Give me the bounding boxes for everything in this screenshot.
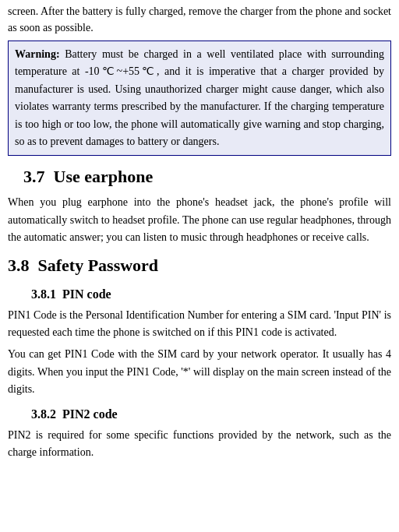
warning-body: Battery must be charged in a well ventil…: [15, 48, 384, 147]
section-37-number: 3.7: [23, 167, 45, 186]
section-381-body2: You can get PIN1 Code with the SIM card …: [8, 346, 391, 398]
section-37-heading: 3.7 Use earphone: [23, 165, 391, 189]
warning-box: Warning: Battery must be charged in a we…: [8, 41, 391, 156]
section-382-body: PIN2 is required for some specific funct…: [8, 427, 391, 462]
section-382-number: 3.8.2: [31, 407, 56, 421]
section-38: 3.8 Safety Password 3.8.1 PIN code PIN1 …: [8, 254, 391, 461]
section-37: 3.7 Use earphone When you plug earphone …: [8, 165, 391, 246]
section-37-title: Use earphone: [54, 167, 154, 186]
section-381: 3.8.1 PIN code PIN1 Code is the Personal…: [8, 286, 391, 398]
section-382-title: PIN2 code: [62, 407, 118, 421]
section-38-heading: 3.8 Safety Password: [8, 254, 391, 278]
warning-label: Warning:: [15, 48, 60, 60]
section-381-heading: 3.8.1 PIN code: [31, 286, 391, 303]
section-37-body: When you plug earphone into the phone's …: [8, 194, 391, 246]
section-382-heading: 3.8.2 PIN2 code: [31, 406, 391, 423]
section-38-number: 3.8: [8, 255, 30, 275]
page-container: screen. After the battery is fully charg…: [0, 0, 399, 474]
section-381-number: 3.8.1: [31, 287, 56, 301]
section-381-title: PIN code: [62, 287, 111, 301]
intro-text: screen. After the battery is fully charg…: [8, 3, 391, 36]
section-381-body1: PIN1 Code is the Personal Identification…: [8, 307, 391, 342]
section-38-title: Safety Password: [38, 255, 159, 275]
section-382: 3.8.2 PIN2 code PIN2 is required for som…: [8, 406, 391, 461]
